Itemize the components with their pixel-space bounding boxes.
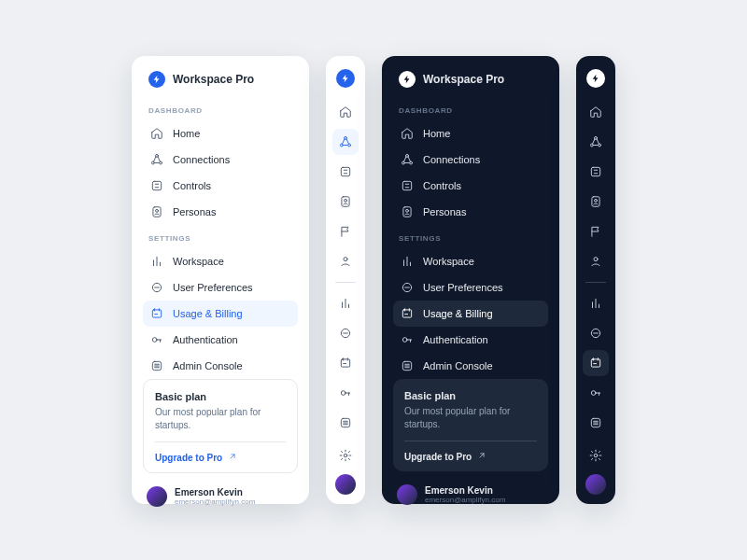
external-link-icon <box>228 452 237 463</box>
svg-point-34 <box>595 199 598 202</box>
rail-item-settings[interactable] <box>332 442 359 469</box>
sidebar-item-user-preferences[interactable]: User Preferences <box>393 274 548 301</box>
upgrade-label: Upgrade to Pro <box>404 452 472 462</box>
sidebar-item-personas[interactable]: Personas <box>143 199 298 225</box>
rail-item-flag[interactable] <box>583 218 609 245</box>
brand-row: Workspace Pro <box>143 71 298 97</box>
rail-item-billing[interactable] <box>583 350 609 376</box>
rail-item-connections[interactable] <box>332 129 359 155</box>
user-email: emerson@amplifyn.com <box>175 497 255 506</box>
plan-card: Basic plan Our most popular plan for sta… <box>143 379 298 473</box>
upgrade-button[interactable]: Upgrade to Pro <box>155 441 286 472</box>
sidebar-item-home[interactable]: Home <box>143 120 298 147</box>
rail-item-billing[interactable] <box>332 350 359 376</box>
sidebar-item-label: Admin Console <box>173 360 243 371</box>
authentication-icon <box>401 333 414 346</box>
personas-icon <box>401 205 414 218</box>
sidebar-item-label: Home <box>423 128 450 139</box>
sidebar-item-usage-billing[interactable]: Usage & Billing <box>393 301 548 327</box>
sidebar-item-connections[interactable]: Connections <box>143 147 298 173</box>
user-row[interactable]: Emerson Kevin emerson@amplifyn.com <box>143 483 298 511</box>
avatar <box>147 486 167 507</box>
bolt-logo-icon <box>148 71 165 88</box>
rail-item-preferences[interactable] <box>583 320 609 346</box>
svg-rect-26 <box>402 310 411 317</box>
preferences-icon <box>150 281 163 294</box>
rail-item-home[interactable] <box>583 99 609 125</box>
bolt-logo-icon <box>586 69 605 88</box>
rail-item-preferences[interactable] <box>332 320 359 346</box>
sidebar-item-workspace[interactable]: Workspace <box>143 248 298 274</box>
rail-item-controls[interactable] <box>332 159 359 185</box>
sidebar-item-connections[interactable]: Connections <box>393 147 548 173</box>
connections-icon <box>150 153 163 166</box>
rail-item-home[interactable] <box>332 99 359 125</box>
admin-console-icon <box>401 359 414 372</box>
avatar[interactable] <box>335 474 356 495</box>
svg-point-25 <box>406 209 409 212</box>
sidebar-item-workspace[interactable]: Workspace <box>393 248 548 274</box>
rail-item-personas[interactable] <box>583 189 609 215</box>
sidebar-dark-expanded: Workspace Pro DASHBOARD Home Connections… <box>382 56 559 504</box>
svg-point-19 <box>344 454 347 457</box>
personas-icon <box>150 205 163 218</box>
sidebar-item-admin-console[interactable]: Admin Console <box>143 353 298 379</box>
rail-item-flag[interactable] <box>332 218 359 245</box>
sidebar-item-label: Authentication <box>173 334 238 345</box>
workspace-icon <box>401 255 414 268</box>
rail-item-authentication[interactable] <box>332 380 359 406</box>
rail-item-settings[interactable] <box>583 442 609 469</box>
rail-item-authentication[interactable] <box>583 380 609 406</box>
sidebar-item-home[interactable]: Home <box>393 120 548 147</box>
sidebar-item-label: Controls <box>423 180 461 191</box>
section-settings-label: SETTINGS <box>393 225 548 248</box>
rail-item-workspace[interactable] <box>583 290 609 316</box>
sidebar-item-label: User Preferences <box>173 282 253 293</box>
rail-item-connections[interactable] <box>583 129 609 155</box>
sidebar-item-controls[interactable]: Controls <box>143 173 298 199</box>
sidebar-item-controls[interactable]: Controls <box>393 173 548 199</box>
sidebar-item-label: Authentication <box>423 334 488 345</box>
sidebar-item-user-preferences[interactable]: User Preferences <box>143 274 298 301</box>
user-row[interactable]: Emerson Kevin emerson@amplifyn.com <box>393 481 548 509</box>
svg-rect-16 <box>341 359 349 367</box>
sidebar-item-label: Personas <box>423 206 466 217</box>
brand-name: Workspace Pro <box>423 73 504 86</box>
plan-description: Our most popular plan for startups. <box>155 406 286 432</box>
sidebar-item-authentication[interactable]: Authentication <box>393 327 548 353</box>
brand-name: Workspace Pro <box>173 73 254 86</box>
svg-rect-6 <box>152 310 161 317</box>
section-dashboard-label: DASHBOARD <box>143 97 298 120</box>
rail-item-user[interactable] <box>583 248 609 274</box>
avatar[interactable] <box>585 474 606 495</box>
billing-icon <box>401 307 414 320</box>
rail-item-workspace[interactable] <box>332 290 359 316</box>
svg-rect-12 <box>341 167 349 175</box>
rail-item-admin[interactable] <box>583 410 609 436</box>
admin-console-icon <box>150 359 163 372</box>
sidebar-item-admin-console[interactable]: Admin Console <box>393 353 548 379</box>
svg-point-17 <box>341 391 345 396</box>
sidebar-light-expanded: Workspace Pro DASHBOARD Home Connections… <box>132 56 309 504</box>
sidebar-item-usage-billing[interactable]: Usage & Billing <box>143 301 298 327</box>
upgrade-button[interactable]: Upgrade to Pro <box>404 441 537 471</box>
sidebar-item-personas[interactable]: Personas <box>393 199 548 225</box>
sidebar-light-collapsed <box>326 56 365 504</box>
bolt-logo-icon <box>336 69 355 88</box>
sidebar-item-authentication[interactable]: Authentication <box>143 327 298 353</box>
rail-item-controls[interactable] <box>583 159 609 185</box>
avatar <box>397 484 417 505</box>
svg-rect-36 <box>591 359 599 367</box>
sidebar-item-label: Admin Console <box>423 360 493 371</box>
svg-rect-3 <box>152 181 161 189</box>
billing-icon <box>150 307 163 320</box>
svg-point-35 <box>594 258 598 261</box>
home-icon <box>401 127 414 140</box>
brand-row: Workspace Pro <box>393 71 548 97</box>
svg-point-5 <box>156 209 159 212</box>
rail-item-admin[interactable] <box>332 410 359 436</box>
rail-item-user[interactable] <box>332 248 359 274</box>
sidebar-item-label: Home <box>173 128 200 139</box>
rail-item-personas[interactable] <box>332 189 359 215</box>
plan-description: Our most popular plan for startups. <box>404 405 537 431</box>
